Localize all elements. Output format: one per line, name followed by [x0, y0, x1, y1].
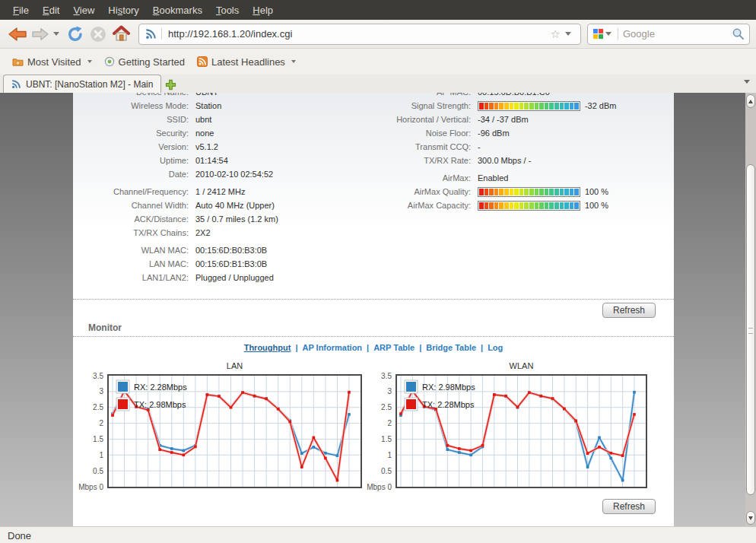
status-label: Wireless Mode: — [73, 101, 189, 110]
bookmark-label: Getting Started — [119, 56, 185, 68]
status-row-airmax-capacity: AirMax Capacity:100 % — [389, 198, 674, 212]
throughput-charts: LAN RX: 2.28MbpsTX: 2.98Mbps3.532.521.51… — [73, 361, 644, 493]
status-row-device-name: Device Name:UBNT — [73, 93, 389, 99]
svg-text:Mbps 0: Mbps 0 — [367, 483, 392, 491]
search-magnifier-icon[interactable] — [732, 27, 745, 40]
status-value: Station — [195, 101, 221, 110]
chevron-down-icon — [87, 60, 92, 63]
status-section: Device Name:UBNTWireless Mode:StationSSI… — [73, 93, 674, 288]
arrow-down-icon — [748, 516, 753, 520]
status-label: Device Name: — [73, 93, 189, 97]
search-separator — [618, 28, 618, 40]
browser-status-bar: Done — [0, 526, 756, 543]
status-row-signal-strength: Signal Strength:-32 dBm — [389, 99, 674, 113]
history-dropdown-caret[interactable] — [53, 32, 59, 36]
status-label: LAN MAC: — [73, 259, 189, 268]
bookmark-latest-headlines[interactable]: Latest Headlines — [191, 53, 302, 71]
chart-canvas: RX: 2.28MbpsTX: 2.98Mbps3.532.521.510.5M… — [73, 374, 363, 493]
scroll-up-button[interactable] — [746, 94, 755, 108]
status-refresh-button[interactable]: Refresh — [602, 303, 656, 318]
status-row-wlan-mac: WLAN MAC:00:15:6D:B0:B3:0B — [73, 243, 389, 257]
monitor-tab-bridge-table[interactable]: Bridge Table — [415, 343, 476, 352]
tab-title: UBNT: [NanoStation M2] - Main — [26, 79, 153, 90]
svg-text:2: 2 — [99, 419, 103, 427]
menu-file[interactable]: File — [6, 2, 36, 19]
svg-text:1.5: 1.5 — [93, 435, 103, 443]
status-value: 2X2 — [195, 228, 211, 237]
search-input[interactable]: Google — [623, 28, 732, 40]
menu-tools[interactable]: Tools — [209, 2, 246, 19]
menu-view[interactable]: View — [66, 2, 101, 19]
menu-history[interactable]: History — [101, 2, 145, 19]
tab-list-dropdown[interactable] — [744, 80, 750, 84]
status-right-column: AP MAC:00:15:6D:B0:B1:C0Signal Strength:… — [389, 93, 674, 288]
monitor-tab-throughput[interactable]: Throughput — [244, 343, 291, 352]
monitor-heading: Monitor — [73, 321, 674, 337]
google-logo-icon — [592, 28, 604, 40]
menu-edit[interactable]: Edit — [36, 2, 66, 19]
status-label: LAN1/LAN2: — [73, 273, 189, 282]
search-bar[interactable]: Google — [587, 24, 750, 45]
status-row-version: Version:v5.1.2 — [73, 140, 389, 154]
monitor-refresh-button[interactable]: Refresh — [602, 499, 656, 514]
rss-icon — [197, 56, 208, 67]
status-row-tx-rx-rate: TX/RX Rate:300.0 Mbps / - — [389, 154, 674, 167]
bookmark-getting-started[interactable]: Getting Started — [98, 53, 191, 71]
status-label: Channel Width: — [73, 201, 189, 210]
monitor-tab-ap-information[interactable]: AP Information — [291, 343, 362, 352]
svg-text:2: 2 — [387, 419, 392, 427]
bookmark-star-icon[interactable]: ☆ — [548, 27, 564, 41]
home-button[interactable] — [110, 23, 132, 46]
folder-icon — [12, 57, 24, 67]
search-engine-caret[interactable] — [605, 32, 611, 36]
status-value: Enabled — [478, 173, 508, 183]
rainbow-meter — [478, 201, 580, 211]
monitor-tab-log[interactable]: Log — [476, 343, 503, 352]
menu-bookmarks[interactable]: Bookmarks — [146, 2, 209, 19]
status-left-column: Device Name:UBNTWireless Mode:StationSSI… — [73, 93, 389, 288]
svg-text:TX: 2.28Mbps: TX: 2.28Mbps — [422, 400, 475, 409]
url-dropdown-caret[interactable] — [565, 32, 571, 36]
back-button[interactable] — [6, 23, 29, 46]
monitor-tabs: ThroughputAP InformationARP TableBridge … — [73, 337, 674, 354]
chart-wlan: WLAN RX: 2.98MbpsTX: 2.28Mbps3.532.521.5… — [363, 361, 648, 493]
svg-text:0.5: 0.5 — [381, 467, 392, 475]
status-value: 300.0 Mbps / - — [478, 156, 531, 165]
tab-ubnt-main[interactable]: UBNT: [NanoStation M2] - Main — [3, 75, 161, 93]
status-row-wireless-mode: Wireless Mode:Station — [73, 99, 389, 113]
menu-bar: FileEditViewHistoryBookmarksToolsHelp — [0, 0, 756, 20]
status-row-lan1-lan2: LAN1/LAN2:Plugged / Unplugged — [73, 271, 389, 284]
svg-text:1.5: 1.5 — [381, 435, 392, 443]
status-label: ACK/Distance: — [73, 214, 189, 224]
new-tab-button[interactable] — [161, 76, 179, 93]
page-viewport: Device Name:UBNTWireless Mode:StationSSI… — [0, 93, 756, 526]
status-row-ack-distance: ACK/Distance:35 / 0.7 miles (1.2 km) — [73, 212, 389, 226]
status-label: Signal Strength: — [389, 101, 471, 110]
status-value: 100 % — [478, 201, 608, 211]
url-input[interactable]: http://192.168.1.20/index.cgi — [162, 28, 548, 40]
status-value: Auto 40 MHz (Upper) — [195, 201, 275, 210]
bookmark-label: Most Visited — [27, 56, 81, 68]
status-value: 2010-02-10 02:54:52 — [195, 170, 273, 179]
svg-text:TX: 2.98Mbps: TX: 2.98Mbps — [134, 400, 186, 409]
scrollbar-thumb[interactable] — [746, 164, 755, 495]
status-row-channel-frequency: Channel/Frequency:1 / 2412 MHz — [73, 185, 389, 198]
svg-text:RX: 2.28Mbps: RX: 2.28Mbps — [134, 383, 187, 392]
vertical-scrollbar[interactable] — [745, 93, 756, 526]
svg-text:2.5: 2.5 — [93, 403, 103, 411]
forward-button[interactable] — [29, 23, 52, 46]
url-bar[interactable]: http://192.168.1.20/index.cgi ☆ — [138, 24, 581, 45]
reload-button[interactable] — [64, 23, 87, 46]
chart-title: LAN — [108, 361, 361, 370]
stop-button[interactable] — [87, 23, 110, 46]
status-label: Transmit CCQ: — [389, 142, 471, 151]
chart-title: WLAN — [396, 361, 646, 370]
monitor-tab-arp-table[interactable]: ARP Table — [362, 343, 415, 352]
status-value: 35 / 0.7 miles (1.2 km) — [195, 214, 278, 224]
status-value: - — [478, 142, 481, 151]
status-row-transmit-ccq: Transmit CCQ:- — [389, 140, 674, 154]
menu-help[interactable]: Help — [246, 2, 280, 19]
status-label: SSID: — [73, 115, 189, 124]
scroll-down-button[interactable] — [746, 511, 755, 525]
bookmark-most-visited[interactable]: Most Visited — [6, 53, 98, 71]
